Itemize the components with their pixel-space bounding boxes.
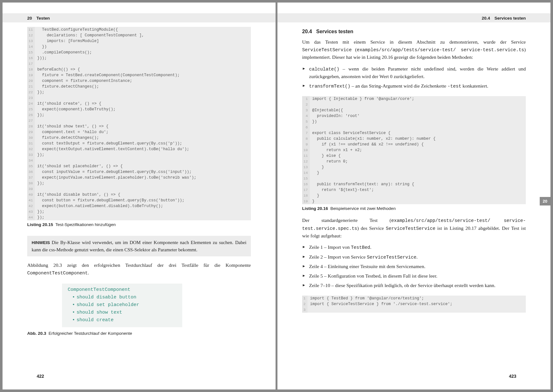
header-chapter-title: Testen: [36, 16, 50, 21]
listing-caption-20-15: Listing 20.15 Test-Spezifikationen hinzu…: [27, 222, 251, 227]
bullet-item: Zeile 4 – Einleitung einer Testsuite mit…: [302, 263, 526, 270]
test-result-figure: ComponentTestComponent should disable bu…: [62, 284, 182, 327]
running-header-right: 20.4 Services testen: [277, 13, 550, 22]
header-section-title: Services testen: [494, 16, 526, 21]
bullet-item: transformText() – an das String-Argument…: [302, 82, 526, 90]
header-section-num: 20.4: [482, 16, 490, 21]
bullet-item: calculate() – wenn die beiden Parameter …: [302, 65, 526, 80]
test-result-item: should set placeholder: [68, 301, 177, 309]
body-paragraph: Abbildung 20.3 zeigt den erfolgreichen T…: [27, 261, 251, 277]
bullet-item: Zeile 2 – Import von Service ServiceTest…: [302, 253, 526, 261]
running-header-left: 20 Testen: [3, 13, 276, 22]
bullet-list-methods: calculate() – wenn die beiden Parameter …: [302, 65, 526, 92]
page-spread: 20 Testen 111213141516171819202122232425…: [3, 3, 550, 389]
body-paragraph: Der standardgenerierte Test (examples/sr…: [302, 217, 526, 240]
bullet-item: Zeile 1 – Import von TestBed.: [302, 243, 526, 251]
page-left: 20 Testen 111213141516171819202122232425…: [3, 3, 276, 389]
bullet-item: Zeile 5 – Konfiguration von Testbed, in …: [302, 272, 526, 280]
bullet-item: Zeile 7–10 – diese Spezifikation prüft l…: [302, 282, 526, 289]
header-chapter-num: 20: [27, 16, 32, 21]
page-right: 20.4 Services testen 20.4 Services teste…: [277, 3, 550, 389]
section-heading: 20.4 Services testen: [302, 29, 526, 34]
test-result-title: ComponentTestComponent: [68, 286, 177, 294]
test-result-item: should show text: [68, 309, 177, 316]
bullet-list-lines: Zeile 1 – Import von TestBed.Zeile 2 – I…: [302, 243, 526, 291]
listing-caption-20-16: Listing 20.16 Beispielservice mit zwei M…: [302, 206, 526, 211]
chapter-thumb-tab: 20: [540, 197, 550, 205]
figure-caption-20-3: Abb. 20.3 Erfolgreicher Testdurchlauf de…: [27, 331, 251, 336]
code-listing-20-16: 12345678910111213141516171819 import { I…: [302, 96, 526, 204]
test-result-item: should disable button: [68, 294, 177, 301]
code-listing-20-15: 1112131415161718192021222324252627282930…: [27, 27, 251, 220]
body-paragraph: Um das Testen mit einem Service in diese…: [302, 38, 526, 61]
code-listing-20-17-partial: 123 import { TestBed } from '@angular/co…: [302, 296, 526, 313]
page-number-left: 422: [37, 374, 44, 379]
hint-box: HINWEIS Die By-Klasse wird verwendet, um…: [27, 236, 251, 256]
page-number-right: 423: [509, 374, 516, 379]
test-result-item: should create: [68, 316, 177, 324]
